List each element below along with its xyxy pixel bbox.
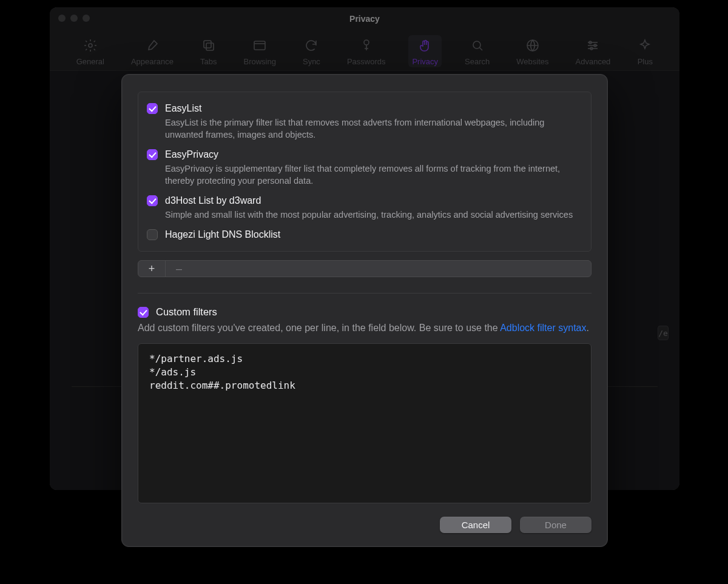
tab-passwords-label: Passwords [347, 57, 386, 66]
filter-list-item: EasyListEasyList is the primary filter l… [147, 98, 582, 144]
tab-advanced[interactable]: Advanced [572, 35, 615, 67]
plus-icon [637, 38, 653, 53]
add-filter-button[interactable]: + [138, 261, 165, 277]
window-controls [58, 15, 90, 22]
tab-privacy[interactable]: Privacy [408, 35, 442, 67]
adblock-syntax-link[interactable]: Adblock filter syntax [500, 323, 586, 333]
custom-filters-desc-suffix: . [586, 323, 588, 333]
background-clipped-text: /e [658, 326, 669, 340]
filter-lists-sheet: EasyListEasyList is the primary filter l… [121, 74, 608, 547]
window-title: Privacy [349, 14, 380, 24]
advanced-icon [585, 38, 601, 53]
minimize-window-button[interactable] [70, 15, 78, 22]
sync-icon [303, 38, 319, 53]
custom-filters-textarea[interactable] [138, 343, 592, 503]
filter-title: EasyPrivacy [165, 148, 582, 161]
filter-lists-box: EasyListEasyList is the primary filter l… [138, 92, 592, 252]
tab-plus-label: Plus [638, 57, 653, 66]
filter-checkbox[interactable] [147, 149, 158, 160]
custom-filters-header: Custom filters [138, 306, 592, 318]
filter-description: EasyPrivacy is supplementary filter list… [165, 163, 582, 187]
filter-checkbox[interactable] [147, 229, 158, 240]
close-window-button[interactable] [58, 15, 66, 22]
search-icon [470, 38, 485, 53]
tab-websites-label: Websites [516, 57, 548, 66]
privacy-icon [417, 38, 433, 53]
custom-filters-checkbox[interactable] [138, 307, 149, 318]
filter-list-item: d3Host List by d3wardSimple and small li… [147, 190, 582, 224]
tabs-icon [201, 38, 217, 53]
browsing-icon [252, 38, 268, 53]
tab-sync-label: Sync [303, 57, 320, 66]
tab-appearance-label: Appearance [131, 57, 174, 66]
appearance-icon [144, 38, 160, 53]
section-divider [138, 293, 592, 294]
tab-general[interactable]: General [73, 35, 108, 67]
general-icon [83, 38, 98, 53]
custom-filters-desc-text: Add custom filters you've created, one p… [138, 323, 500, 333]
tab-tabs-label: Tabs [200, 57, 217, 66]
tab-passwords[interactable]: Passwords [343, 35, 389, 67]
custom-filters-description: Add custom filters you've created, one p… [138, 321, 592, 335]
tab-browsing[interactable]: Browsing [240, 35, 280, 67]
titlebar: Privacy [50, 7, 679, 30]
tab-websites[interactable]: Websites [513, 35, 552, 67]
filter-title: d3Host List by d3ward [165, 194, 582, 207]
zoom-window-button[interactable] [83, 15, 90, 22]
filter-title: EasyList [165, 102, 582, 115]
filter-checkbox[interactable] [147, 103, 158, 114]
passwords-icon [359, 38, 374, 53]
preferences-toolbar: GeneralAppearanceTabsBrowsingSyncPasswor… [50, 30, 679, 76]
cancel-button[interactable]: Cancel [440, 517, 511, 533]
filter-list-item: Hagezi Light DNS Blocklist [147, 224, 582, 245]
filter-checkbox[interactable] [147, 195, 158, 206]
tab-advanced-label: Advanced [576, 57, 611, 66]
tab-plus[interactable]: Plus [633, 35, 656, 67]
filter-list-item: EasyPrivacyEasyPrivacy is supplementary … [147, 144, 582, 190]
tab-general-label: General [76, 57, 104, 66]
filter-title: Hagezi Light DNS Blocklist [165, 228, 582, 241]
tab-appearance[interactable]: Appearance [127, 35, 177, 67]
custom-filters-title: Custom filters [156, 306, 217, 318]
sheet-buttons: Cancel Done [138, 517, 592, 533]
tab-sync[interactable]: Sync [299, 35, 324, 67]
tab-browsing-label: Browsing [244, 57, 276, 66]
filter-description: EasyList is the primary filter list that… [165, 116, 582, 141]
websites-icon [525, 38, 541, 53]
add-remove-segmented-control: + – [138, 260, 592, 277]
tab-search[interactable]: Search [461, 35, 493, 67]
remove-filter-button[interactable]: – [165, 261, 192, 277]
tab-privacy-label: Privacy [412, 57, 438, 66]
filter-description: Simple and small list with the most popu… [165, 209, 582, 221]
tab-tabs[interactable]: Tabs [197, 35, 220, 67]
done-button[interactable]: Done [520, 517, 592, 533]
tab-search-label: Search [465, 57, 490, 66]
